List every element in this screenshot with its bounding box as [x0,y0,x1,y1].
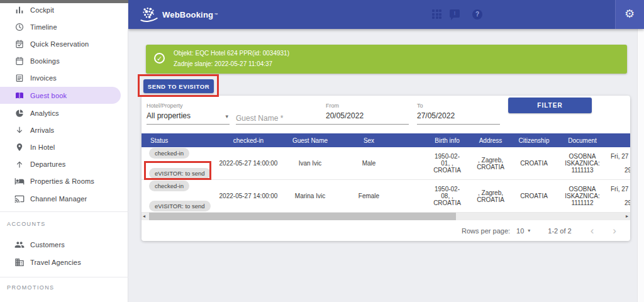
sidebar-item-timeline[interactable]: Timeline [0,18,128,35]
stay-cell: Fri, 27 M 29 [608,179,630,213]
sidebar-item-cockpit[interactable]: Cockpit [0,1,128,18]
address-cell: , Zagreb, CROATIA [470,157,511,171]
brand-name: WebBooking [162,10,213,20]
sidebar-item-label: Arrivals [30,126,54,134]
sidebar-item-invoices[interactable]: Invoices [0,69,128,86]
calendar-icon [14,55,25,66]
sidebar-item-label: Properties & Rooms [30,177,94,185]
sidebar: Cockpit Timeline Quick Reservation Booki… [0,0,128,302]
from-date-field[interactable]: From 20/05/2022 [326,101,409,125]
sidebar-item-customers[interactable]: Customers [0,236,128,253]
evisitor-status-banner: ✓ Objekt: EQC Hotel 624 PPR(id: 0034931)… [146,45,627,74]
clock-icon [14,21,25,32]
globe-dots-icon [140,5,158,24]
building-icon [14,257,25,267]
sidebar-item-in-hotel[interactable]: In Hotel [0,138,128,155]
chevron-down-icon: ▾ [528,228,530,233]
checked-in-cell: 2022-05-27 14:00:00 [212,160,285,167]
apps-grid-icon[interactable] [432,9,442,20]
to-date-field[interactable]: To 27/05/2022 [417,101,500,125]
scrollbar-thumb[interactable] [149,213,456,220]
sidebar-item-label: Guest book [30,92,67,99]
sidebar-item-label: Bookings [30,57,60,65]
arrow-up-icon [14,159,25,169]
table-header: Status checked-in Guest Name Sex Birth i… [142,133,630,147]
birth-info-cell: 1950-02-01, , CROATIA [425,153,470,174]
sidebar-item-quick-reservation[interactable]: Quick Reservation [0,35,128,52]
column-header-checked-in: checked-in [212,137,285,144]
calendar-check-icon [14,38,25,49]
from-date-value: 20/05/2022 [326,111,364,120]
sidebar-item-departures[interactable]: Departures [0,155,128,172]
settings-gear-icon[interactable]: ⚙ [625,8,635,20]
document-cell: OSOBNA ISKAZNICA: 1111112 [557,186,608,206]
rows-per-page-select[interactable]: 10 ▾ [516,227,530,235]
to-date-value: 27/05/2022 [417,111,455,120]
citizenship-cell: CROATIA [511,193,557,199]
sidebar-item-label: Analytics [30,109,59,117]
previous-page-button[interactable]: ‹ [591,225,594,236]
checked-in-chip: checked-in [149,148,189,159]
filter-button[interactable]: FILTER [508,98,592,113]
sidebar-item-bookings[interactable]: Bookings [0,52,128,69]
column-header-address: Address [470,137,511,144]
table-horizontal-scrollbar[interactable]: ◂ ▸ [142,213,630,220]
bed-icon [14,176,25,186]
column-header-birth-info: Birth info [425,137,470,144]
trademark: ™ [214,13,218,16]
feedback-icon[interactable]: ! [450,9,460,18]
banner-last-sent-line: Zadnje slanje: 2022-05-27 11:04:37 [174,60,272,67]
table-row[interactable]: checked-in eVISITOR: to send 2022-05-27 … [142,147,630,180]
sidebar-item-label: Invoices [30,74,57,82]
scroll-left-arrow-icon[interactable]: ◂ [143,213,145,220]
sidebar-divider [0,211,128,212]
banner-object-line: Objekt: EQC Hotel 624 PPR(id: 0034931) [174,50,289,57]
sidebar-divider [0,277,128,277]
rows-per-page-label: Rows per page: [462,227,510,235]
column-header-sex: Sex [335,137,402,144]
sex-cell: Female [335,193,402,199]
sidebar-item-label: Departures [30,160,65,168]
app-root: Cockpit Timeline Quick Reservation Booki… [0,0,644,302]
hotel-property-value: All properties [147,111,191,120]
pie-chart-icon [14,108,25,118]
hotel-property-label: Hotel/Property [147,103,183,109]
cast-icon [14,193,25,204]
sidebar-item-properties-rooms[interactable]: Properties & Rooms [0,172,128,189]
book-icon [14,90,25,101]
sidebar-section-promotions: PROMOTIONS [7,284,55,291]
hotel-property-select[interactable]: Hotel/Property All properties ▾ [147,101,230,125]
sidebar-section-accounts: ACCOUNTS [7,221,46,227]
sidebar-item-label: Quick Reservation [30,40,89,48]
send-to-evisitor-button[interactable]: SEND TO EVISITOR [143,79,214,93]
sidebar-item-travel-agencies[interactable]: Travel Agencies [0,254,128,271]
location-pin-icon [14,142,25,152]
page-vertical-scrollbar[interactable] [637,29,644,302]
help-icon[interactable]: ? [472,9,482,20]
sidebar-item-channel-manager[interactable]: Channel Manager [0,190,128,207]
topbar-settings-panel: ⚙ [615,0,644,29]
sidebar-item-label: Channel Manager [30,195,87,203]
sidebar-item-guest-book[interactable]: Guest book [0,87,121,104]
bar-chart-icon [14,4,25,15]
column-header-document: Document [557,137,608,144]
sidebar-item-analytics[interactable]: Analytics [0,104,128,121]
from-label: From [326,103,339,109]
column-header-guest-name: Guest Name [285,137,335,144]
chevron-down-icon: ▾ [225,113,228,120]
sex-cell: Male [335,160,402,167]
sidebar-item-arrivals[interactable]: Arrivals [0,121,128,138]
document-cell: OSOBNA ISKAZNICA: 1111113 [557,153,608,174]
table-row[interactable]: checked-in eVISITOR: to send 2022-05-27 … [142,180,630,213]
sidebar-item-label: Timeline [30,23,57,31]
next-page-button[interactable]: › [613,225,616,236]
sidebar-item-label: Travel Agencies [30,259,81,266]
guest-name-input[interactable] [236,114,340,123]
checked-in-cell: 2022-05-27 14:00:00 [212,193,285,199]
topbar: WebBooking™ ! ? ⚙ [128,0,644,29]
checked-in-chip: checked-in [149,181,189,191]
column-header-citizenship: Citizenship [511,137,557,144]
invoice-icon [14,72,25,83]
scroll-right-arrow-icon[interactable]: ▸ [626,213,628,220]
sidebar-item-label: In Hotel [30,143,55,151]
